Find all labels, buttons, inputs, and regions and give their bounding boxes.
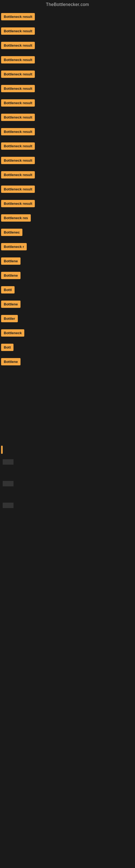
- bottleneck-item-17[interactable]: Bottlene: [0, 255, 135, 269]
- bottom-bar-1: [3, 459, 13, 465]
- bottleneck-item-8[interactable]: Bottleneck result: [0, 125, 135, 139]
- bottleneck-badge-17[interactable]: Bottlene: [1, 257, 20, 265]
- bottleneck-item-20[interactable]: Bottlene: [0, 298, 135, 312]
- bottleneck-item-11[interactable]: Bottleneck result: [0, 168, 135, 182]
- bottleneck-badge-3[interactable]: Bottleneck result: [1, 56, 35, 63]
- bottleneck-badge-16[interactable]: Bottleneck r: [1, 243, 27, 250]
- bottleneck-item-23[interactable]: Bott: [0, 341, 135, 355]
- bottleneck-item-21[interactable]: Bottler: [0, 312, 135, 326]
- bottleneck-badge-2[interactable]: Bottleneck result: [1, 42, 35, 49]
- bottleneck-item-16[interactable]: Bottleneck r: [0, 240, 135, 254]
- bottleneck-item-18[interactable]: Bottlene: [0, 269, 135, 283]
- bottleneck-item-2[interactable]: Bottleneck result: [0, 39, 135, 53]
- bottleneck-item-19[interactable]: Bottl: [0, 283, 135, 297]
- bottom-section: [0, 454, 135, 508]
- bottleneck-badge-13[interactable]: Bottleneck result: [1, 200, 35, 207]
- bottleneck-item-10[interactable]: Bottleneck result: [0, 154, 135, 168]
- bottleneck-badge-8[interactable]: Bottleneck result: [1, 128, 35, 135]
- bottleneck-item-14[interactable]: Bottleneck res: [0, 212, 135, 225]
- bottleneck-badge-19[interactable]: Bottl: [1, 286, 14, 293]
- bottleneck-badge-20[interactable]: Bottlene: [1, 301, 20, 308]
- bottleneck-item-0[interactable]: Bottleneck result: [0, 10, 135, 24]
- bottleneck-item-7[interactable]: Bottleneck result: [0, 111, 135, 125]
- bottleneck-badge-23[interactable]: Bott: [1, 344, 13, 351]
- bottleneck-badge-24[interactable]: Bottlene: [1, 358, 20, 365]
- bottom-bar-3: [3, 503, 13, 508]
- bottleneck-badge-14[interactable]: Bottleneck res: [1, 214, 31, 222]
- bottleneck-item-9[interactable]: Bottleneck result: [0, 140, 135, 154]
- bottleneck-item-12[interactable]: Bottleneck result: [0, 183, 135, 197]
- page-wrapper: TheBottlenecker.com Bottleneck resultBot…: [0, 0, 135, 508]
- bottleneck-item-13[interactable]: Bottleneck result: [0, 197, 135, 211]
- bottleneck-item-22[interactable]: Bottleneck: [0, 327, 135, 340]
- bottleneck-badge-4[interactable]: Bottleneck result: [1, 70, 35, 78]
- bottleneck-item-15[interactable]: Bottlenec: [0, 226, 135, 240]
- bottleneck-item-1[interactable]: Bottleneck result: [0, 25, 135, 38]
- bottleneck-item-6[interactable]: Bottleneck result: [0, 97, 135, 111]
- bottleneck-badge-6[interactable]: Bottleneck result: [1, 99, 35, 106]
- bottleneck-badge-10[interactable]: Bottleneck result: [1, 157, 35, 164]
- bottleneck-item-5[interactable]: Bottleneck result: [0, 82, 135, 96]
- bottleneck-badge-18[interactable]: Bottlene: [1, 272, 20, 279]
- bottleneck-badge-22[interactable]: Bottleneck: [1, 329, 24, 337]
- bottleneck-badge-12[interactable]: Bottleneck result: [1, 186, 35, 193]
- bottleneck-item-24[interactable]: Bottlene: [0, 355, 135, 369]
- bottleneck-item-3[interactable]: Bottleneck result: [0, 54, 135, 67]
- bottleneck-badge-5[interactable]: Bottleneck result: [1, 85, 35, 92]
- bottleneck-badge-11[interactable]: Bottleneck result: [1, 171, 35, 179]
- small-indicator: [1, 446, 3, 454]
- bottleneck-badge-15[interactable]: Bottlenec: [1, 229, 22, 236]
- site-title: TheBottlenecker.com: [0, 0, 135, 10]
- bottleneck-badge-21[interactable]: Bottler: [1, 315, 18, 322]
- bottleneck-badge-7[interactable]: Bottleneck result: [1, 114, 35, 121]
- bottleneck-item-4[interactable]: Bottleneck result: [0, 68, 135, 82]
- spacer: [0, 370, 135, 446]
- bottleneck-badge-9[interactable]: Bottleneck result: [1, 143, 35, 150]
- bottleneck-list: Bottleneck resultBottleneck resultBottle…: [0, 10, 135, 369]
- bottleneck-badge-1[interactable]: Bottleneck result: [1, 27, 35, 35]
- bottom-bar-2: [3, 481, 13, 486]
- bottleneck-badge-0[interactable]: Bottleneck result: [1, 13, 35, 20]
